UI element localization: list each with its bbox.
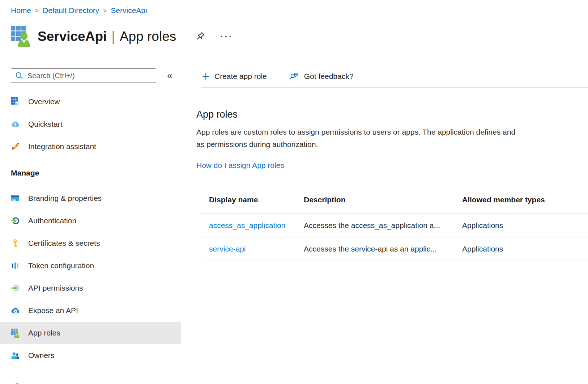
- page-title-pipe: |: [111, 29, 115, 44]
- sidebar-section-manage: Manage: [11, 169, 181, 178]
- page-title-app-name: ServiceApi: [38, 29, 107, 44]
- sidebar-item-label: API permissions: [28, 284, 83, 292]
- sidebar-item-label: Authentication: [28, 216, 76, 225]
- sidebar-item-label: Overview: [28, 97, 60, 106]
- sidebar-item-overview[interactable]: Overview: [0, 90, 181, 113]
- collapse-sidebar-icon[interactable]: «: [167, 71, 172, 81]
- quickstart-cloud-bolt-icon: [11, 119, 20, 129]
- table-header-row: Display name Description Allowed member …: [201, 186, 588, 214]
- description-line-1: App roles are custom roles to assign per…: [196, 126, 588, 138]
- sidebar-item-label: Owners: [28, 351, 54, 360]
- token-bars-icon: [11, 261, 20, 270]
- sidebar-item-label: Branding & properties: [28, 194, 102, 203]
- sidebar-item-label: Expose an API: [28, 306, 78, 315]
- description-line-2: as permissions during authorization.: [196, 138, 588, 151]
- sidebar-item-expose-an-api[interactable]: Expose an API: [0, 299, 181, 322]
- table-row[interactable]: service-api Accesses the service-api as …: [201, 237, 588, 261]
- page-title: ServiceApi | App roles: [38, 29, 176, 44]
- api-permissions-target-icon: [11, 283, 20, 293]
- breadcrumb: Home > Default Directory > ServiceApi: [0, 0, 588, 15]
- sidebar-item-api-permissions[interactable]: API permissions: [0, 277, 181, 299]
- azure-portal-blade: Home > Default Directory > ServiceApi Se…: [0, 0, 588, 384]
- column-header-allowed-member-types: Allowed member types: [462, 195, 588, 204]
- app-role-link[interactable]: service-api: [209, 245, 246, 253]
- page-header: ServiceApi | App roles: [11, 25, 588, 48]
- app-roles-table: Display name Description Allowed member …: [201, 186, 588, 261]
- app-roles-description: App roles are custom roles to assign per…: [196, 126, 588, 151]
- column-header-display-name: Display name: [201, 195, 304, 204]
- create-app-role-button[interactable]: Create app role: [202, 72, 267, 81]
- app-roles-grid-person-icon: [11, 328, 20, 338]
- sidebar-item-label: App roles: [28, 329, 60, 337]
- sidebar-item-label: Token configuration: [28, 261, 94, 270]
- breadcrumb-separator: >: [35, 7, 39, 14]
- sidebar-item-integration-assistant[interactable]: Integration assistant: [0, 135, 181, 158]
- sidebar-item-authentication[interactable]: Authentication: [0, 210, 181, 232]
- sidebar-item-label: Integration assistant: [28, 142, 96, 151]
- sidebar-nav-top: Overview Quickstart: [0, 90, 181, 158]
- sidebar-item-certificates-secrets[interactable]: Certificates & secrets: [0, 232, 181, 254]
- app-role-description: Accesses the access_as_application a...: [304, 221, 462, 230]
- sidebar: « Overview: [0, 59, 181, 384]
- svg-text:www: www: [12, 199, 16, 201]
- app-role-description: Accesses the service-api as an applic...: [304, 245, 462, 253]
- certificates-key-icon: [11, 239, 20, 248]
- search-input[interactable]: [27, 71, 152, 80]
- command-bar: Create app role Got feedback?: [195, 69, 588, 83]
- table-row[interactable]: access_as_application Accesses the acces…: [201, 214, 588, 237]
- app-role-member-types: Applications: [462, 221, 588, 230]
- breadcrumb-separator: >: [103, 7, 107, 14]
- sidebar-item-label: Certificates & secrets: [28, 239, 100, 248]
- sidebar-item-quickstart[interactable]: Quickstart: [0, 113, 181, 135]
- create-app-role-label: Create app role: [214, 72, 267, 81]
- pin-icon[interactable]: [194, 31, 206, 42]
- page-title-blade-name: App roles: [120, 29, 176, 44]
- breadcrumb-serviceapi[interactable]: ServiceApi: [111, 6, 147, 15]
- authentication-signin-icon: [11, 216, 20, 225]
- section-heading: App roles: [196, 108, 588, 121]
- column-header-description: Description: [304, 195, 462, 204]
- integration-rocket-icon: [11, 142, 20, 151]
- more-ellipsis-icon[interactable]: [221, 32, 231, 41]
- got-feedback-label: Got feedback?: [304, 72, 354, 81]
- sidebar-nav-manage: www Branding & properties Auth: [0, 187, 181, 384]
- sidebar-item-app-roles[interactable]: App roles: [0, 322, 181, 344]
- sidebar-item-token-configuration[interactable]: Token configuration: [0, 254, 181, 277]
- expose-api-cloud-gear-icon: [11, 306, 20, 315]
- sidebar-item-branding-properties[interactable]: www Branding & properties: [0, 187, 181, 210]
- content: « Overview: [0, 59, 588, 384]
- got-feedback-button[interactable]: Got feedback?: [289, 72, 354, 81]
- sidebar-section-divider: [11, 184, 173, 184]
- sidebar-item-label: Quickstart: [28, 120, 63, 128]
- how-do-i-assign-app-roles-link[interactable]: How do I assign App roles: [196, 160, 284, 171]
- main-panel: Create app role Got feedback? App roles …: [181, 59, 588, 384]
- toolbar-divider: [201, 87, 588, 88]
- app-grid-person-icon: [11, 26, 30, 47]
- toolbar-separator: [278, 71, 278, 82]
- search-icon: [15, 72, 23, 80]
- sidebar-search-row: «: [11, 68, 181, 83]
- breadcrumb-default-directory[interactable]: Default Directory: [43, 6, 99, 15]
- app-role-link[interactable]: access_as_application: [209, 221, 285, 229]
- search-box[interactable]: [11, 68, 156, 83]
- branding-browser-icon: www: [11, 194, 20, 203]
- breadcrumb-home[interactable]: Home: [11, 6, 31, 15]
- overview-grid-cube-icon: [11, 97, 20, 106]
- feedback-person-icon: [289, 72, 299, 81]
- sidebar-item-owners[interactable]: Owners: [0, 344, 181, 367]
- app-role-member-types: Applications: [462, 245, 588, 253]
- owners-people-icon: [11, 351, 20, 360]
- plus-icon: [202, 73, 209, 80]
